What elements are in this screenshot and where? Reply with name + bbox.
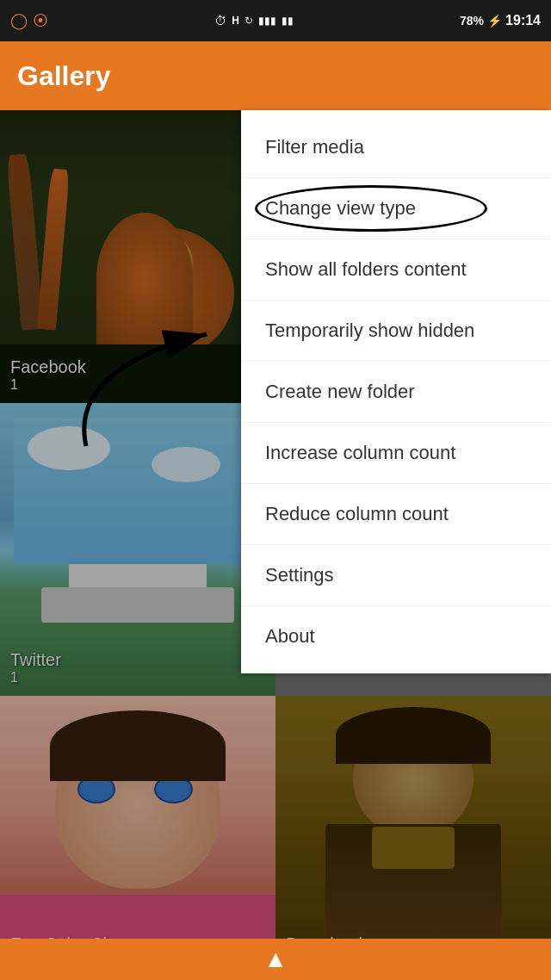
change-view-type-label: Change view type xyxy=(265,197,416,219)
menu-item-temporarily-show-hidden[interactable]: Temporarily show hidden xyxy=(241,301,551,362)
menu-item-reduce-column-count[interactable]: Reduce column count xyxy=(241,484,551,545)
app-header: Gallery xyxy=(0,41,551,110)
status-bar-left: ◯ ⦿ xyxy=(10,11,48,30)
menu-item-increase-column-count[interactable]: Increase column count xyxy=(241,423,551,484)
battery-percent: 78% xyxy=(460,14,484,28)
refresh-icon: ↻ xyxy=(245,15,253,27)
status-bar: ◯ ⦿ ⏱ H ↻ ▮▮▮ ▮▮ 78% ⚡ 19:14 xyxy=(0,0,551,41)
status-center: ⏱ H ↻ ▮▮▮ ▮▮ xyxy=(214,14,294,28)
status-bar-right: 78% ⚡ 19:14 xyxy=(460,13,541,28)
camera-icon: ◯ xyxy=(10,11,28,30)
menu-item-change-view-type[interactable]: Change view type xyxy=(241,178,551,239)
camera2-icon: ⦿ xyxy=(33,12,48,30)
signal2-icon: ▮▮ xyxy=(282,15,294,27)
menu-item-settings[interactable]: Settings xyxy=(241,545,551,606)
bottom-bar-text: ▲ xyxy=(263,946,288,973)
app-title: Gallery xyxy=(17,60,111,92)
menu-item-about[interactable]: About xyxy=(241,606,551,667)
dropdown-menu: Filter media Change view type Show all f… xyxy=(241,110,551,673)
clock: 19:14 xyxy=(505,13,541,28)
menu-item-filter-media[interactable]: Filter media xyxy=(241,117,551,178)
menu-item-show-all-folders[interactable]: Show all folders content xyxy=(241,239,551,301)
menu-item-create-new-folder[interactable]: Create new folder xyxy=(241,362,551,423)
battery-icon: ⚡ xyxy=(487,14,502,28)
bottom-bar: ▲ xyxy=(0,939,551,980)
alarm-icon: ⏱ xyxy=(214,14,226,28)
gallery-area: Facebook 1 Twitter 1 xyxy=(0,110,551,980)
h-icon: H xyxy=(232,15,239,27)
signal-bars-icon: ▮▮▮ xyxy=(258,15,276,27)
